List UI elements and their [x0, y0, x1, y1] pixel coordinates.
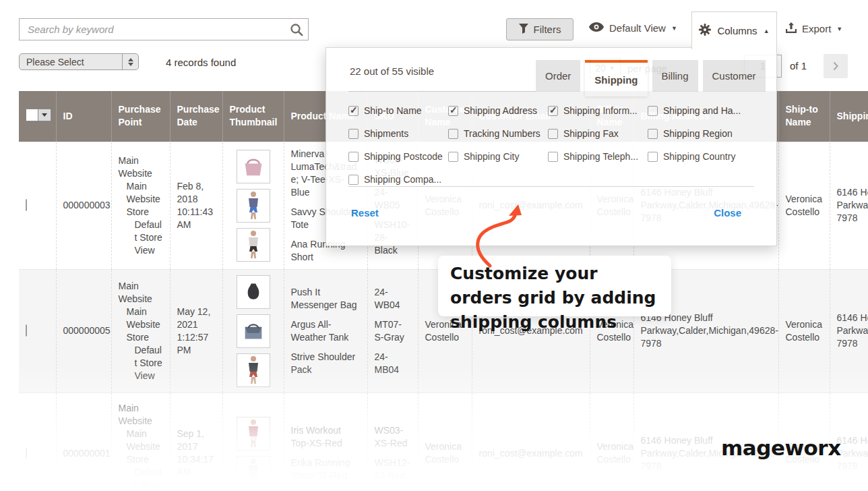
cell-skus: 24-WB04 MT07-S-Gray 24-MB04: [367, 269, 418, 393]
checkbox-icon[interactable]: [348, 175, 359, 185]
column-option[interactable]: Shipping Region: [648, 128, 747, 139]
select-all-dropdown-icon[interactable]: [38, 109, 51, 121]
select-all-checkbox[interactable]: [26, 109, 51, 121]
chevron-right-icon: [832, 61, 840, 71]
row-checkbox[interactable]: [26, 324, 27, 337]
cell-purchase-point: Main Website Main Website Store Default …: [111, 142, 170, 269]
column-option[interactable]: Shipping Country: [648, 151, 747, 162]
cell-id: 000000005: [56, 269, 111, 393]
product-thumbnail[interactable]: [237, 275, 270, 309]
checkbox-icon[interactable]: [348, 106, 359, 116]
cell-thumbnails: [222, 393, 284, 491]
checkbox-icon[interactable]: [548, 106, 558, 116]
cell-purchase-date: Sep 1, 2017 10:34:17 AM: [170, 393, 222, 491]
product-thumbnail[interactable]: [237, 353, 270, 387]
column-option[interactable]: Shipping Postcode: [348, 151, 448, 162]
column-option[interactable]: Shipping Fax: [548, 128, 648, 139]
export-label: Export: [802, 23, 831, 34]
tab-shipping[interactable]: Shipping: [585, 60, 647, 96]
export-button[interactable]: Export ▼: [786, 22, 842, 35]
cell-purchase-point: Main Website Main Website Store Default …: [111, 393, 170, 491]
cell-purchase-date: May 12, 2021 1:12:57 PM: [170, 269, 222, 393]
column-option[interactable]: Shipping Address: [448, 105, 548, 116]
checkbox-icon[interactable]: [348, 152, 359, 162]
row-checkbox[interactable]: [26, 199, 27, 211]
checkbox-icon[interactable]: [448, 106, 458, 116]
reset-link[interactable]: Reset: [351, 207, 379, 219]
checkbox-icon[interactable]: [648, 129, 658, 139]
chevron-up-icon: ▲: [764, 28, 770, 34]
default-view-label: Default View: [609, 22, 666, 34]
column-option[interactable]: Shipping Inform...: [548, 105, 648, 116]
page-count-text: of 1: [790, 60, 807, 71]
col-header-purchase-point[interactable]: Purchase Point: [111, 91, 170, 142]
mass-action-label: Please Select: [20, 57, 122, 67]
column-option[interactable]: Shipping Compa...: [348, 174, 448, 185]
checkbox-icon[interactable]: [348, 129, 359, 139]
col-header-shipping-address[interactable]: Shipping Address: [830, 91, 868, 142]
cell-customer-email: roni_cost@example.com: [472, 393, 590, 491]
select-stepper-icon: [122, 54, 138, 69]
cell-id: 000000003: [56, 142, 111, 269]
product-thumbnail[interactable]: [237, 314, 270, 348]
mageworx-logo: mageworx: [721, 436, 841, 460]
cell-bill-to-name: Veronica Costello: [590, 393, 633, 491]
eye-icon: [589, 22, 604, 34]
checkbox-icon[interactable]: [648, 106, 658, 116]
column-option[interactable]: Tracking Numbers: [448, 128, 548, 139]
select-all-header: [19, 91, 56, 142]
product-thumbnail[interactable]: [237, 150, 270, 183]
chevron-down-icon: ▼: [671, 25, 677, 32]
product-thumbnail[interactable]: [237, 189, 270, 223]
cell-shipping-address: 6146 Honey Bluff Parkway,Calder,Michigan…: [830, 142, 868, 269]
product-thumbnail[interactable]: [237, 417, 270, 451]
column-option[interactable]: Shipping and Ha...: [648, 105, 747, 116]
close-link[interactable]: Close: [714, 207, 741, 219]
product-thumbnail[interactable]: [237, 228, 270, 262]
checkbox-icon[interactable]: [448, 152, 458, 162]
column-option[interactable]: Shipping City: [448, 151, 548, 162]
columns-panel: 22 out of 55 visible Order Shipping Bill…: [326, 47, 777, 246]
tab-customer[interactable]: Customer: [703, 60, 766, 92]
columns-button[interactable]: Columns ▲: [691, 11, 777, 49]
panel-divider: [348, 91, 536, 92]
product-thumbnail[interactable]: [237, 456, 270, 490]
column-option[interactable]: Shipping Teleph...: [548, 151, 648, 162]
col-header-id[interactable]: ID: [56, 91, 111, 142]
filters-label: Filters: [534, 24, 561, 35]
cell-product-names: Push It Messenger Bag Argus All-Weather …: [284, 269, 367, 393]
export-icon: [786, 22, 797, 35]
mass-action-select[interactable]: Please Select: [19, 53, 139, 70]
column-option[interactable]: Shipments: [348, 128, 448, 139]
annotation-callout: Customize your orders grid by adding shi…: [438, 256, 671, 316]
chevron-down-icon: ▼: [836, 26, 842, 32]
default-view-button[interactable]: Default View ▼: [589, 22, 677, 34]
cell-product-names: Iris Workout Top-XS-Red Erika Running Sh…: [284, 393, 367, 491]
col-header-product-thumbnail[interactable]: Product Thumbnail: [222, 91, 284, 142]
col-header-purchase-date[interactable]: Purchase Date: [170, 91, 222, 142]
tab-order[interactable]: Order: [536, 60, 580, 92]
checkbox-icon[interactable]: [548, 152, 558, 162]
records-found-text: 4 records found: [166, 57, 236, 68]
next-page-button[interactable]: [824, 54, 848, 78]
search-input[interactable]: [20, 19, 285, 40]
cell-ship-to-name: Veronica Costello: [778, 269, 830, 393]
panel-divider: [348, 186, 754, 187]
checkbox-icon[interactable]: [648, 152, 658, 162]
column-option[interactable]: Ship-to Name: [348, 105, 448, 116]
col-header-ship-to-name[interactable]: Ship-to Name: [778, 91, 830, 142]
cell-thumbnails: [222, 269, 284, 393]
cell-shipping-address: 6146 Honey Bluff Parkway,Calder,Michigan…: [830, 269, 868, 393]
row-checkbox[interactable]: [26, 447, 27, 459]
columns-visible-summary: 22 out of 55 visible: [350, 65, 434, 77]
filters-button[interactable]: Filters: [506, 18, 574, 40]
orders-grid-page: Please Select 4 records found Filters De…: [0, 0, 868, 491]
search-icon[interactable]: [285, 23, 308, 36]
tab-billing[interactable]: Billing: [652, 60, 698, 92]
checkbox-icon[interactable]: [548, 129, 558, 139]
columns-label: Columns: [717, 25, 757, 36]
column-options-grid: Ship-to Name Shipping Address Shipping I…: [348, 99, 747, 191]
cell-thumbnails: [222, 142, 284, 269]
checkbox-icon[interactable]: [448, 129, 458, 139]
cell-skus: WS03-XS-Red WSH12-32-Red: [367, 393, 418, 491]
